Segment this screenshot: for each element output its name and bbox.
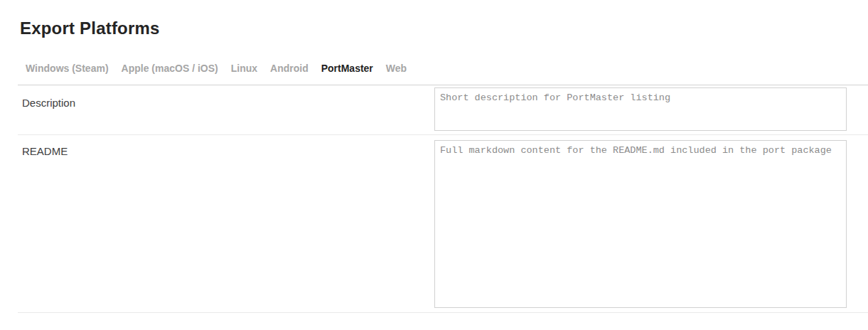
- row-divider: [18, 134, 868, 135]
- description-textarea[interactable]: [434, 87, 847, 131]
- tab-portmaster[interactable]: PortMaster: [321, 63, 373, 74]
- readme-textarea[interactable]: [434, 140, 847, 308]
- readme-field-label: README: [22, 145, 68, 157]
- tabbar-bottom-border: [18, 85, 868, 85]
- tab-android[interactable]: Android: [270, 63, 309, 74]
- export-platforms-page: Export Platforms Windows (Steam) Apple (…: [0, 0, 868, 330]
- tab-windows-steam[interactable]: Windows (Steam): [26, 63, 109, 74]
- tab-linux[interactable]: Linux: [231, 63, 257, 74]
- platform-tab-bar: Windows (Steam) Apple (macOS / iOS) Linu…: [26, 63, 407, 74]
- tab-apple-macos-ios[interactable]: Apple (macOS / iOS): [122, 63, 218, 74]
- description-field-label: Description: [22, 97, 75, 109]
- page-title: Export Platforms: [20, 18, 160, 38]
- bottom-divider: [18, 312, 868, 313]
- tab-web[interactable]: Web: [386, 63, 407, 74]
